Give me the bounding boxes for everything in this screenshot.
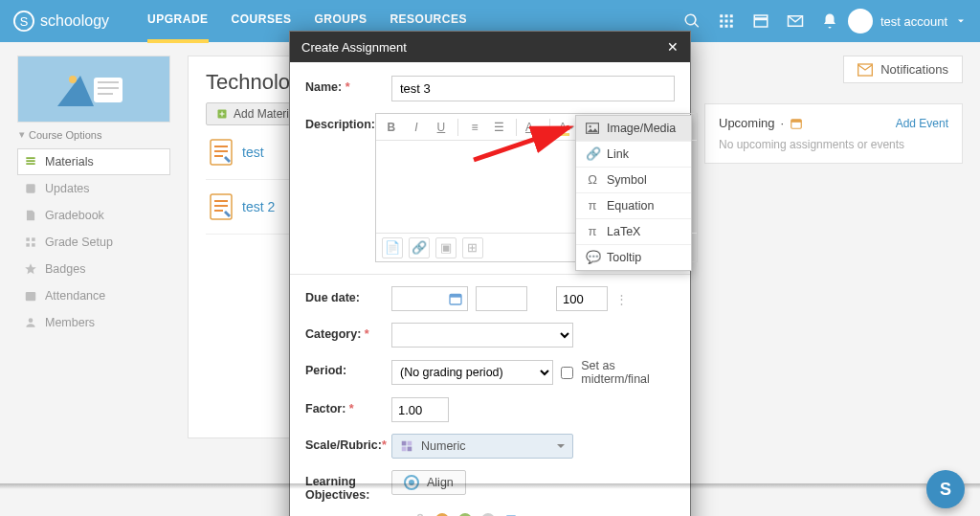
insert-option-label: Symbol bbox=[607, 173, 647, 187]
svg-rect-32 bbox=[408, 441, 412, 446]
factor-label: Factor: bbox=[305, 402, 345, 415]
italic-button[interactable]: I bbox=[405, 117, 428, 138]
insert-symbol[interactable]: ΩSymbol bbox=[576, 168, 691, 193]
insert-option-label: Tooltip bbox=[607, 251, 641, 264]
midterm-checkbox[interactable] bbox=[561, 367, 573, 379]
omega-icon: Ω bbox=[586, 173, 599, 187]
scale-label: Scale/Rubric: bbox=[305, 438, 382, 452]
name-input[interactable] bbox=[391, 76, 675, 101]
number-list-button[interactable]: ☰ bbox=[488, 117, 511, 138]
insert-option-label: Image/Media bbox=[607, 122, 676, 135]
close-icon[interactable]: ✕ bbox=[667, 39, 679, 55]
insert-link[interactable]: 🔗Link bbox=[576, 142, 691, 168]
category-label: Category: bbox=[305, 327, 361, 341]
svg-rect-31 bbox=[402, 441, 407, 446]
scale-value: Numeric bbox=[421, 439, 466, 453]
insert-image-media[interactable]: Image/Media bbox=[576, 116, 691, 142]
name-label: Name: bbox=[305, 80, 342, 94]
points-input[interactable] bbox=[556, 286, 608, 311]
image-media-icon bbox=[586, 122, 599, 135]
attach-link-icon[interactable]: 🔗 bbox=[409, 237, 430, 258]
bullet-list-button[interactable]: ≡ bbox=[463, 117, 486, 138]
help-bubble[interactable]: S bbox=[926, 470, 965, 508]
insert-tooltip[interactable]: 💬Tooltip bbox=[576, 245, 691, 270]
modal-layer: Create Assignment ✕ Name: * Description:… bbox=[0, 0, 980, 516]
align-button[interactable]: Align bbox=[391, 470, 466, 495]
svg-rect-30 bbox=[450, 294, 461, 297]
points-suffix-icon: ⋮ bbox=[615, 292, 628, 306]
insert-dropdown: Image/Media 🔗Link ΩSymbol πEquation πLaT… bbox=[575, 115, 692, 271]
link-icon: 🔗 bbox=[586, 147, 599, 161]
description-label: Description: bbox=[305, 118, 375, 131]
attach-file-icon[interactable]: 📄 bbox=[382, 237, 403, 258]
category-select[interactable] bbox=[391, 323, 573, 348]
page-shadow bbox=[0, 483, 980, 489]
insert-option-label: Link bbox=[607, 147, 629, 161]
text-color-button[interactable]: A bbox=[522, 117, 545, 138]
attach-resource-icon[interactable]: ▣ bbox=[435, 237, 457, 258]
midterm-label: Set as midterm/final bbox=[581, 359, 675, 386]
calendar-icon bbox=[448, 291, 463, 306]
modal-title: Create Assignment bbox=[301, 40, 407, 55]
underline-button[interactable]: U bbox=[430, 117, 453, 138]
pi-icon: π bbox=[586, 225, 599, 238]
chevron-down-icon bbox=[557, 444, 565, 452]
scale-rubric-select[interactable]: Numeric bbox=[391, 434, 573, 459]
insert-equation[interactable]: πEquation bbox=[576, 193, 691, 219]
insert-option-label: Equation bbox=[607, 199, 654, 213]
period-select[interactable]: (No grading period) bbox=[391, 360, 553, 385]
svg-point-40 bbox=[590, 125, 591, 127]
attach-app-icon[interactable]: ⊞ bbox=[462, 237, 483, 258]
period-label: Period: bbox=[305, 364, 346, 377]
create-assignment-modal: Create Assignment ✕ Name: * Description:… bbox=[289, 31, 691, 516]
svg-rect-33 bbox=[402, 447, 407, 452]
factor-input[interactable] bbox=[391, 397, 449, 422]
learning-objectives-label-2: Objectives: bbox=[305, 488, 369, 502]
rubric-icon bbox=[400, 439, 413, 453]
due-time-input[interactable] bbox=[476, 286, 527, 311]
svg-rect-34 bbox=[408, 447, 412, 452]
modal-header[interactable]: Create Assignment ✕ bbox=[290, 32, 690, 62]
insert-latex[interactable]: πLaTeX bbox=[576, 219, 691, 245]
tooltip-icon: 💬 bbox=[586, 251, 599, 264]
due-date-label: Due date: bbox=[305, 291, 360, 304]
insert-option-label: LaTeX bbox=[607, 225, 640, 238]
pi-icon: π bbox=[586, 199, 599, 213]
due-date-input[interactable] bbox=[391, 286, 468, 311]
bold-button[interactable]: B bbox=[380, 117, 403, 138]
